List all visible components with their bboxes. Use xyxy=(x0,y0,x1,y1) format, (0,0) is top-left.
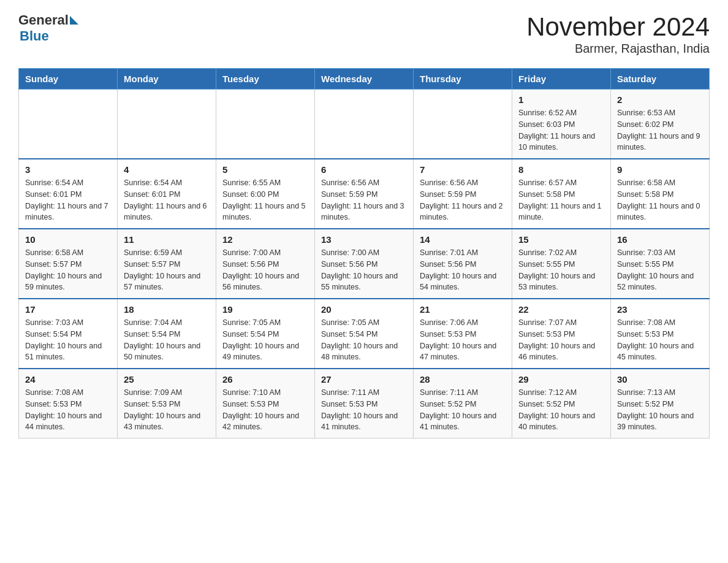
calendar-cell: 15Sunrise: 7:02 AMSunset: 5:55 PMDayligh… xyxy=(512,229,611,299)
day-number: 15 xyxy=(518,234,604,245)
calendar-cell: 5Sunrise: 6:55 AMSunset: 6:00 PMDaylight… xyxy=(216,159,315,229)
day-number: 8 xyxy=(518,164,604,175)
calendar-cell: 16Sunrise: 7:03 AMSunset: 5:55 PMDayligh… xyxy=(611,229,710,299)
day-info: Sunrise: 7:06 AMSunset: 5:53 PMDaylight:… xyxy=(420,317,506,363)
day-info: Sunrise: 6:53 AMSunset: 6:02 PMDaylight:… xyxy=(617,107,703,153)
calendar-cell: 22Sunrise: 7:07 AMSunset: 5:53 PMDayligh… xyxy=(512,299,611,369)
weekday-header-thursday: Thursday xyxy=(414,69,512,90)
day-info: Sunrise: 7:02 AMSunset: 5:55 PMDaylight:… xyxy=(518,247,604,293)
calendar-cell: 7Sunrise: 6:56 AMSunset: 5:59 PMDaylight… xyxy=(414,159,512,229)
calendar-cell: 11Sunrise: 6:59 AMSunset: 5:57 PMDayligh… xyxy=(118,229,216,299)
calendar-week-row-4: 17Sunrise: 7:03 AMSunset: 5:54 PMDayligh… xyxy=(19,299,710,369)
day-info: Sunrise: 7:05 AMSunset: 5:54 PMDaylight:… xyxy=(222,317,308,363)
calendar-week-row-1: 1Sunrise: 6:52 AMSunset: 6:03 PMDaylight… xyxy=(19,90,710,159)
day-info: Sunrise: 6:56 AMSunset: 5:59 PMDaylight:… xyxy=(420,177,506,223)
calendar-cell: 14Sunrise: 7:01 AMSunset: 5:56 PMDayligh… xyxy=(414,229,512,299)
calendar-cell: 18Sunrise: 7:04 AMSunset: 5:54 PMDayligh… xyxy=(118,299,216,369)
weekday-header-tuesday: Tuesday xyxy=(216,69,315,90)
weekday-header-sunday: Sunday xyxy=(19,69,118,90)
day-number: 6 xyxy=(321,164,407,175)
day-number: 26 xyxy=(222,374,308,385)
day-info: Sunrise: 7:12 AMSunset: 5:52 PMDaylight:… xyxy=(518,387,604,433)
day-number: 27 xyxy=(321,374,407,385)
calendar-cell: 10Sunrise: 6:58 AMSunset: 5:57 PMDayligh… xyxy=(19,229,118,299)
calendar-title: November 2024 xyxy=(526,12,710,42)
day-number: 16 xyxy=(617,234,703,245)
calendar-table: SundayMondayTuesdayWednesdayThursdayFrid… xyxy=(18,68,710,439)
logo: General Blue xyxy=(18,12,78,44)
day-info: Sunrise: 6:54 AMSunset: 6:01 PMDaylight:… xyxy=(124,177,210,223)
day-info: Sunrise: 7:08 AMSunset: 5:53 PMDaylight:… xyxy=(25,387,111,433)
day-info: Sunrise: 6:54 AMSunset: 6:01 PMDaylight:… xyxy=(25,177,111,223)
calendar-cell: 20Sunrise: 7:05 AMSunset: 5:54 PMDayligh… xyxy=(315,299,414,369)
weekday-header-saturday: Saturday xyxy=(611,69,710,90)
day-info: Sunrise: 6:58 AMSunset: 5:58 PMDaylight:… xyxy=(617,177,703,223)
day-info: Sunrise: 6:55 AMSunset: 6:00 PMDaylight:… xyxy=(222,177,308,223)
day-number: 13 xyxy=(321,234,407,245)
calendar-cell: 4Sunrise: 6:54 AMSunset: 6:01 PMDaylight… xyxy=(118,159,216,229)
day-info: Sunrise: 7:01 AMSunset: 5:56 PMDaylight:… xyxy=(420,247,506,293)
calendar-cell: 24Sunrise: 7:08 AMSunset: 5:53 PMDayligh… xyxy=(19,369,118,439)
day-info: Sunrise: 7:11 AMSunset: 5:52 PMDaylight:… xyxy=(420,387,506,433)
day-info: Sunrise: 6:52 AMSunset: 6:03 PMDaylight:… xyxy=(518,107,604,153)
calendar-cell: 9Sunrise: 6:58 AMSunset: 5:58 PMDaylight… xyxy=(611,159,710,229)
day-number: 21 xyxy=(420,304,506,315)
calendar-cell: 3Sunrise: 6:54 AMSunset: 6:01 PMDaylight… xyxy=(19,159,118,229)
calendar-week-row-5: 24Sunrise: 7:08 AMSunset: 5:53 PMDayligh… xyxy=(19,369,710,439)
day-number: 22 xyxy=(518,304,604,315)
day-info: Sunrise: 7:13 AMSunset: 5:52 PMDaylight:… xyxy=(617,387,703,433)
calendar-cell: 17Sunrise: 7:03 AMSunset: 5:54 PMDayligh… xyxy=(19,299,118,369)
day-number: 23 xyxy=(617,304,703,315)
calendar-cell xyxy=(414,90,512,159)
day-number: 11 xyxy=(124,234,210,245)
calendar-cell xyxy=(315,90,414,159)
day-info: Sunrise: 7:08 AMSunset: 5:53 PMDaylight:… xyxy=(617,317,703,363)
weekday-header-wednesday: Wednesday xyxy=(315,69,414,90)
day-info: Sunrise: 7:11 AMSunset: 5:53 PMDaylight:… xyxy=(321,387,407,433)
day-number: 20 xyxy=(321,304,407,315)
day-info: Sunrise: 7:00 AMSunset: 5:56 PMDaylight:… xyxy=(321,247,407,293)
calendar-cell: 6Sunrise: 6:56 AMSunset: 5:59 PMDaylight… xyxy=(315,159,414,229)
day-number: 19 xyxy=(222,304,308,315)
day-number: 4 xyxy=(124,164,210,175)
calendar-cell: 30Sunrise: 7:13 AMSunset: 5:52 PMDayligh… xyxy=(611,369,710,439)
day-number: 2 xyxy=(617,94,703,105)
logo-triangle-icon xyxy=(70,16,78,25)
weekday-header-monday: Monday xyxy=(118,69,216,90)
logo-general-text: General xyxy=(18,12,69,28)
calendar-week-row-3: 10Sunrise: 6:58 AMSunset: 5:57 PMDayligh… xyxy=(19,229,710,299)
day-info: Sunrise: 7:07 AMSunset: 5:53 PMDaylight:… xyxy=(518,317,604,363)
day-number: 14 xyxy=(420,234,506,245)
calendar-subtitle: Barmer, Rajasthan, India xyxy=(526,42,710,56)
weekday-header-friday: Friday xyxy=(512,69,611,90)
calendar-cell: 13Sunrise: 7:00 AMSunset: 5:56 PMDayligh… xyxy=(315,229,414,299)
title-block: November 2024 Barmer, Rajasthan, India xyxy=(526,12,710,56)
day-number: 29 xyxy=(518,374,604,385)
day-info: Sunrise: 7:05 AMSunset: 5:54 PMDaylight:… xyxy=(321,317,407,363)
day-number: 30 xyxy=(617,374,703,385)
calendar-cell: 25Sunrise: 7:09 AMSunset: 5:53 PMDayligh… xyxy=(118,369,216,439)
day-info: Sunrise: 7:04 AMSunset: 5:54 PMDaylight:… xyxy=(124,317,210,363)
calendar-cell: 29Sunrise: 7:12 AMSunset: 5:52 PMDayligh… xyxy=(512,369,611,439)
calendar-cell: 26Sunrise: 7:10 AMSunset: 5:53 PMDayligh… xyxy=(216,369,315,439)
day-info: Sunrise: 6:57 AMSunset: 5:58 PMDaylight:… xyxy=(518,177,604,223)
day-number: 1 xyxy=(518,94,604,105)
calendar-cell: 27Sunrise: 7:11 AMSunset: 5:53 PMDayligh… xyxy=(315,369,414,439)
day-number: 25 xyxy=(124,374,210,385)
day-info: Sunrise: 7:03 AMSunset: 5:55 PMDaylight:… xyxy=(617,247,703,293)
day-info: Sunrise: 7:00 AMSunset: 5:56 PMDaylight:… xyxy=(222,247,308,293)
calendar-week-row-2: 3Sunrise: 6:54 AMSunset: 6:01 PMDaylight… xyxy=(19,159,710,229)
day-info: Sunrise: 7:09 AMSunset: 5:53 PMDaylight:… xyxy=(124,387,210,433)
day-number: 9 xyxy=(617,164,703,175)
calendar-cell: 21Sunrise: 7:06 AMSunset: 5:53 PMDayligh… xyxy=(414,299,512,369)
logo-blue-text: Blue xyxy=(20,28,78,44)
day-info: Sunrise: 6:56 AMSunset: 5:59 PMDaylight:… xyxy=(321,177,407,223)
day-number: 3 xyxy=(25,164,111,175)
day-number: 7 xyxy=(420,164,506,175)
calendar-cell xyxy=(19,90,118,159)
day-number: 12 xyxy=(222,234,308,245)
day-number: 5 xyxy=(222,164,308,175)
weekday-header-row: SundayMondayTuesdayWednesdayThursdayFrid… xyxy=(19,69,710,90)
day-info: Sunrise: 6:58 AMSunset: 5:57 PMDaylight:… xyxy=(25,247,111,293)
day-number: 10 xyxy=(25,234,111,245)
